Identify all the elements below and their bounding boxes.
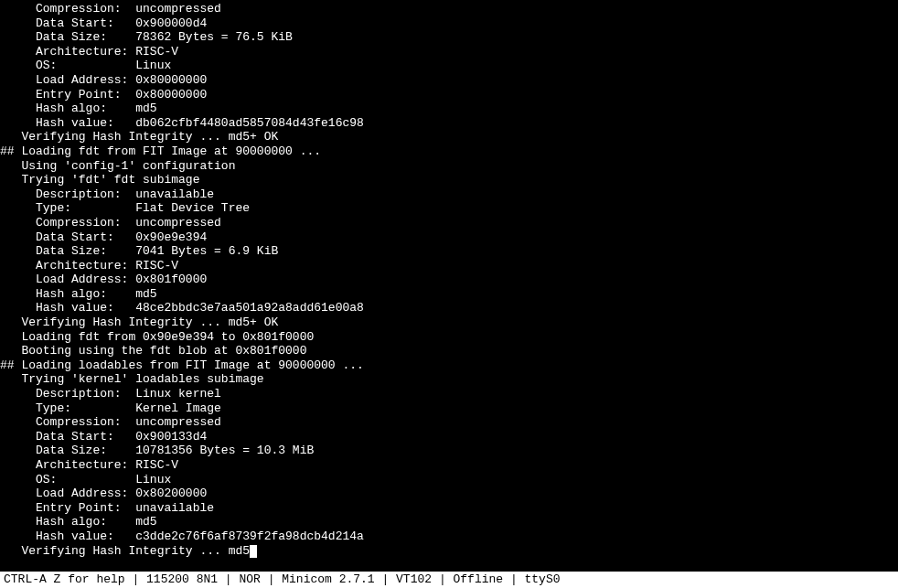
terminal-line: Booting using the fdt blob at 0x801f0000 xyxy=(0,344,898,358)
minicom-statusbar: CTRL-A Z for help | 115200 8N1 | NOR | M… xyxy=(0,572,898,588)
terminal-line: Compression: uncompressed xyxy=(0,2,898,16)
terminal-line: Data Size: 10781356 Bytes = 10.3 MiB xyxy=(0,444,898,458)
terminal-line: Data Start: 0x900000d4 xyxy=(0,16,898,31)
terminal-line: Type: Flat Device Tree xyxy=(0,201,898,216)
terminal-line: Compression: uncompressed xyxy=(0,216,898,230)
terminal-line: Compression: uncompressed xyxy=(0,415,898,430)
terminal-line: Entry Point: 0x80000000 xyxy=(0,88,898,102)
terminal-line: Data Size: 78362 Bytes = 76.5 KiB xyxy=(0,30,898,45)
terminal-line: Hash value: c3dde2c76f6af8739f2fa98dcb4d… xyxy=(0,529,898,544)
terminal-line: Type: Kernel Image xyxy=(0,401,898,416)
terminal-line: Verifying Hash Integrity ... md5+ OK xyxy=(0,315,898,330)
terminal-output[interactable]: Compression: uncompressed Data Start: 0x… xyxy=(0,0,898,558)
terminal-line: Entry Point: unavailable xyxy=(0,501,898,516)
terminal-line: Verifying Hash Integrity ... md5 xyxy=(0,544,898,559)
terminal-line: OS: Linux xyxy=(0,59,898,73)
terminal-line: Architecture: RISC-V xyxy=(0,259,898,273)
terminal-line: Load Address: 0x80000000 xyxy=(0,73,898,88)
terminal-line: Trying 'kernel' loadables subimage xyxy=(0,372,898,387)
terminal-line: Using 'config-1' configuration xyxy=(0,159,898,174)
terminal-line: Verifying Hash Integrity ... md5+ OK xyxy=(0,130,898,144)
terminal-line: Load Address: 0x80200000 xyxy=(0,486,898,501)
terminal-line: ## Loading loadables from FIT Image at 9… xyxy=(0,358,898,373)
terminal-line: Architecture: RISC-V xyxy=(0,458,898,473)
terminal-line: Load Address: 0x801f0000 xyxy=(0,273,898,287)
terminal-line: Data Start: 0x900133d4 xyxy=(0,430,898,444)
terminal-line: Hash value: 48ce2bbdc3e7aa501a92a8add61e… xyxy=(0,301,898,315)
terminal-line: Trying 'fdt' fdt subimage xyxy=(0,173,898,187)
terminal-line: Hash algo: md5 xyxy=(0,287,898,302)
terminal-line: Hash algo: md5 xyxy=(0,515,898,529)
terminal-line: ## Loading fdt from FIT Image at 9000000… xyxy=(0,144,898,159)
terminal-line: Loading fdt from 0x90e9e394 to 0x801f000… xyxy=(0,330,898,345)
terminal-line: Architecture: RISC-V xyxy=(0,45,898,59)
terminal-line: Hash value: db062cfbf4480ad5857084d43fe1… xyxy=(0,116,898,131)
terminal-line: Data Start: 0x90e9e394 xyxy=(0,230,898,245)
terminal-line: Description: Linux kernel xyxy=(0,387,898,401)
terminal-line: Hash algo: md5 xyxy=(0,102,898,116)
terminal-line: OS: Linux xyxy=(0,473,898,487)
terminal-line: Data Size: 7041 Bytes = 6.9 KiB xyxy=(0,244,898,259)
cursor xyxy=(250,545,257,558)
terminal-line: Description: unavailable xyxy=(0,187,898,202)
